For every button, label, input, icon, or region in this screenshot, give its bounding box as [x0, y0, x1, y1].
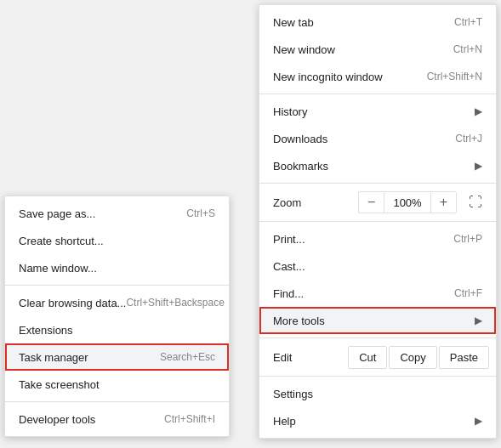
zoom-row: Zoom − 100% + ⛶ — [259, 187, 496, 218]
new-incognito-shortcut: Ctrl+Shift+N — [427, 71, 482, 82]
new-incognito-label: New incognito window — [273, 71, 383, 83]
menu-item-extensions[interactable]: Extensions — [5, 316, 229, 343]
new-tab-shortcut: Ctrl+T — [454, 16, 482, 28]
zoom-controls: − 100% + — [358, 191, 457, 213]
menu-item-task-manager[interactable]: Task manager Search+Esc — [5, 343, 229, 371]
downloads-label: Downloads — [273, 133, 327, 145]
more-tools-separator-2 — [5, 401, 229, 402]
zoom-plus-button[interactable]: + — [431, 192, 456, 213]
print-shortcut: Ctrl+P — [453, 233, 482, 245]
menu-item-create-shortcut[interactable]: Create shortcut... — [5, 227, 229, 254]
edit-row: Edit Cut Copy Paste — [259, 342, 496, 372]
new-tab-label: New tab — [273, 16, 314, 29]
separator-5 — [259, 376, 496, 377]
bookmarks-label: Bookmarks — [273, 160, 328, 173]
task-manager-label: Task manager — [19, 351, 88, 364]
find-label: Find... — [273, 287, 304, 300]
menu-item-clear-browsing[interactable]: Clear browsing data... Ctrl+Shift+Backsp… — [5, 289, 229, 316]
zoom-minus-button[interactable]: − — [359, 192, 384, 213]
new-window-label: New window — [273, 43, 335, 56]
name-window-label: Name window... — [19, 262, 97, 275]
menu-item-new-tab[interactable]: New tab Ctrl+T — [259, 9, 496, 36]
save-page-shortcut: Ctrl+S — [186, 207, 215, 219]
downloads-shortcut: Ctrl+J — [455, 133, 482, 145]
menu-item-name-window[interactable]: Name window... — [5, 254, 229, 281]
menu-item-developer-tools[interactable]: Developer tools Ctrl+Shift+I — [5, 405, 229, 433]
menu-item-help[interactable]: Help ▶ — [259, 407, 496, 434]
separator-2 — [259, 183, 496, 184]
paste-button[interactable]: Paste — [439, 346, 489, 369]
more-tools-arrow: ▶ — [475, 315, 482, 326]
menu-item-bookmarks[interactable]: Bookmarks ▶ — [259, 152, 496, 179]
bookmarks-arrow: ▶ — [475, 160, 482, 172]
more-tools-label: More tools — [273, 315, 325, 327]
print-label: Print... — [273, 233, 305, 246]
developer-tools-shortcut: Ctrl+Shift+I — [164, 413, 215, 425]
separator-4 — [259, 337, 496, 338]
edit-buttons: Cut Copy Paste — [348, 346, 489, 369]
menu-item-save-page[interactable]: Save page as... Ctrl+S — [5, 200, 229, 227]
menu-item-settings[interactable]: Settings — [259, 380, 496, 407]
menu-item-new-window[interactable]: New window Ctrl+N — [259, 36, 496, 63]
chrome-menu: New tab Ctrl+T New window Ctrl+N New inc… — [259, 4, 497, 439]
clear-browsing-shortcut: Ctrl+Shift+Backspace — [126, 297, 224, 309]
edit-label: Edit — [266, 351, 348, 364]
fullscreen-button[interactable]: ⛶ — [462, 191, 489, 213]
menu-item-print[interactable]: Print... Ctrl+P — [259, 225, 496, 252]
menu-item-new-incognito[interactable]: New incognito window Ctrl+Shift+N — [259, 63, 496, 90]
menu-item-more-tools[interactable]: More tools ▶ — [259, 307, 496, 334]
zoom-label: Zoom — [266, 196, 358, 209]
clear-browsing-label: Clear browsing data... — [19, 297, 126, 309]
cast-label: Cast... — [273, 260, 305, 273]
developer-tools-label: Developer tools — [19, 413, 95, 426]
create-shortcut-label: Create shortcut... — [19, 235, 104, 247]
extensions-label: Extensions — [19, 324, 73, 337]
separator-3 — [259, 221, 496, 222]
zoom-value: 100% — [384, 193, 430, 213]
find-shortcut: Ctrl+F — [454, 287, 482, 299]
history-label: History — [273, 105, 307, 118]
cut-button[interactable]: Cut — [348, 346, 387, 369]
task-manager-shortcut: Search+Esc — [160, 351, 215, 363]
menu-item-take-screenshot[interactable]: Take screenshot — [5, 371, 229, 398]
menu-item-downloads[interactable]: Downloads Ctrl+J — [259, 125, 496, 152]
save-page-label: Save page as... — [19, 207, 95, 220]
more-tools-separator-1 — [5, 285, 229, 286]
settings-label: Settings — [273, 388, 313, 400]
new-window-shortcut: Ctrl+N — [453, 43, 482, 55]
menu-item-cast[interactable]: Cast... — [259, 252, 496, 280]
more-tools-menu: Save page as... Ctrl+S Create shortcut..… — [4, 196, 230, 437]
take-screenshot-label: Take screenshot — [19, 378, 100, 391]
help-label: Help — [273, 415, 296, 428]
history-arrow: ▶ — [475, 105, 482, 117]
menu-item-history[interactable]: History ▶ — [259, 98, 496, 125]
copy-button[interactable]: Copy — [389, 346, 436, 369]
separator-1 — [259, 94, 496, 94]
menu-item-find[interactable]: Find... Ctrl+F — [259, 280, 496, 307]
help-arrow: ▶ — [475, 415, 482, 427]
